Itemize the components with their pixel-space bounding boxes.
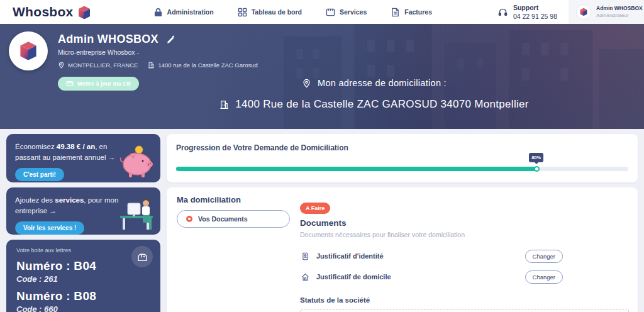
support-label: Support — [513, 3, 557, 12]
dashboard-grid-icon — [238, 8, 247, 17]
mailbox-icon-badge — [131, 246, 153, 267]
profile-hero-banner: Admin WHOSBOX Micro-entreprise Whosbox -… — [0, 24, 644, 129]
services-bold: services — [55, 196, 84, 204]
documents-section: A Faire Documents Documents nécessaires … — [300, 201, 629, 312]
box-logo-icon — [75, 3, 94, 22]
savings-text: Économisez 49.38 € / an, en passant au p… — [15, 142, 122, 162]
services-text: Ajoutez des services, pour mon entrepris… — [15, 195, 122, 216]
headset-icon — [498, 8, 508, 17]
tab-label: Vos Documents — [198, 215, 248, 223]
box-logo-icon — [15, 38, 42, 64]
status-dot-icon — [186, 216, 192, 222]
nav-label: Tableau de bord — [252, 8, 302, 16]
mailbox-code: Code : 660 — [16, 304, 150, 312]
tab-vos-documents[interactable]: Vos Documents — [177, 210, 290, 228]
support-contact: Support 04 22 91 25 98 — [498, 3, 557, 21]
documents-section-title: Documents — [300, 218, 629, 228]
lock-icon — [153, 8, 163, 17]
progress-percent-tooltip: 80% — [529, 153, 543, 162]
mailbox-card: Votre boite aux lettres Numéro : B04 Cod… — [6, 240, 160, 312]
edit-profile-icon[interactable] — [166, 35, 175, 44]
mailbox-number: Numéro : B08 — [16, 289, 150, 303]
mailbox-icon — [137, 252, 148, 262]
profile-address-item: 1400 rue de la Castelle ZAC Garosud — [148, 62, 257, 69]
building-icon — [148, 62, 155, 69]
progression-title: Progression de Votre Demande de Domicili… — [176, 143, 348, 152]
mailbox-number: Numéro : B04 — [16, 259, 150, 273]
document-label: Justificatif d'identité — [316, 252, 518, 260]
domiciliation-address-title: Mon adresse de domiciliation : — [318, 78, 447, 88]
documents-list: Justificatif d'identité Changer Justific… — [300, 248, 563, 285]
document-label: Justificatif de domicile — [316, 273, 518, 281]
home-icon — [301, 273, 309, 281]
mailbox-code: Code : 261 — [16, 274, 150, 284]
progress-bar-knob — [534, 166, 540, 172]
update-card-label: Mettre à jour ma CB — [77, 81, 131, 87]
invoice-icon — [391, 8, 400, 17]
services-cta-button[interactable]: Voir les services ! — [15, 221, 84, 235]
progress-bar-track: 80% — [176, 167, 628, 171]
nav-administration[interactable]: Administration — [153, 8, 214, 17]
nav-label: Factures — [404, 8, 432, 16]
building-icon — [219, 100, 229, 109]
user-avatar — [576, 4, 591, 20]
status-badge: A Faire — [300, 203, 330, 214]
map-pin-icon — [58, 62, 65, 69]
support-phone: 04 22 91 25 98 — [513, 12, 557, 21]
profile-avatar — [9, 31, 48, 70]
box-logo-icon — [578, 6, 589, 18]
progress-bar-fill: 80% — [176, 167, 538, 171]
profile-city: MONTPELLIER, FRANCE — [68, 62, 138, 69]
update-card-button[interactable]: Mettre à jour ma CB — [58, 77, 139, 91]
user-role: Administrateur — [596, 13, 643, 19]
change-document-button[interactable]: Changer — [525, 250, 563, 263]
nav-label: Administration — [167, 8, 214, 16]
nav-tableau-de-bord[interactable]: Tableau de bord — [238, 8, 302, 17]
map-pin-icon — [302, 79, 311, 88]
savings-lead: Économisez — [15, 143, 57, 150]
document-row-domicile: Justificatif de domicile Changer — [300, 269, 563, 285]
change-document-button[interactable]: Changer — [525, 270, 563, 284]
domiciliation-title: Ma domiciliation — [177, 195, 241, 204]
domiciliation-address-full: 1400 Rue de la Castelle ZAC GAROSUD 3407… — [235, 98, 529, 111]
statuts-upload-dropzone[interactable]: Statuts de la société — [300, 309, 629, 312]
services-card: Ajoutez des services, pour mon entrepris… — [6, 187, 160, 235]
top-header: Whosbox Administration Tableau de bord S… — [0, 0, 644, 24]
nav-label: Services — [340, 8, 367, 16]
id-card-icon — [301, 252, 309, 260]
user-name: Admin WHOSBOX — [596, 4, 643, 13]
services-lead: Ajoutez des — [15, 196, 55, 204]
savings-amount: 49.38 € / an — [57, 143, 95, 150]
domiciliation-address-block: Mon adresse de domiciliation : 1400 Rue … — [167, 78, 582, 111]
nav-services[interactable]: Services — [326, 8, 367, 17]
profile-company: Micro-entreprise Whosbox - — [58, 48, 139, 56]
profile-location-row: MONTPELLIER, FRANCE 1400 rue de la Caste… — [58, 62, 258, 69]
building-photo-backdrop — [258, 24, 644, 129]
storefront-icon — [326, 8, 335, 17]
user-profile[interactable]: Admin WHOSBOX Administrateur — [569, 0, 644, 24]
whosbox-logo[interactable]: Whosbox — [13, 2, 94, 22]
main-column: Progression de Votre Demande de Domicili… — [167, 134, 638, 312]
statuts-title: Statuts de la société — [300, 296, 629, 304]
desk-worker-illustration — [118, 194, 155, 231]
nav-factures[interactable]: Factures — [391, 8, 432, 17]
piggy-bank-illustration — [116, 143, 155, 179]
profile-city-item: MONTPELLIER, FRANCE — [58, 62, 138, 69]
main-nav: Administration Tableau de bord Services … — [153, 8, 432, 17]
savings-cta-button[interactable]: C'est parti! — [15, 168, 64, 181]
progression-panel: Progression de Votre Demande de Domicili… — [167, 134, 638, 182]
documents-section-subtitle: Documents nécessaires pour finaliser vot… — [300, 231, 629, 238]
profile-name: Admin WHOSBOX — [58, 33, 158, 46]
mailbox-card-title: Votre boite aux lettres — [16, 247, 150, 254]
brand-name: Whosbox — [13, 4, 74, 20]
domiciliation-panel: Ma domiciliation Vos Documents A Faire D… — [167, 187, 638, 312]
profile-address-short: 1400 rue de la Castelle ZAC Garosud — [158, 62, 257, 69]
page-content: Économisez 49.38 € / an, en passant au p… — [0, 129, 644, 312]
savings-card: Économisez 49.38 € / an, en passant au p… — [6, 134, 160, 182]
document-row-identite: Justificatif d'identité Changer — [300, 248, 563, 264]
credit-card-icon — [66, 80, 74, 87]
sidebar: Économisez 49.38 € / an, en passant au p… — [6, 134, 160, 312]
